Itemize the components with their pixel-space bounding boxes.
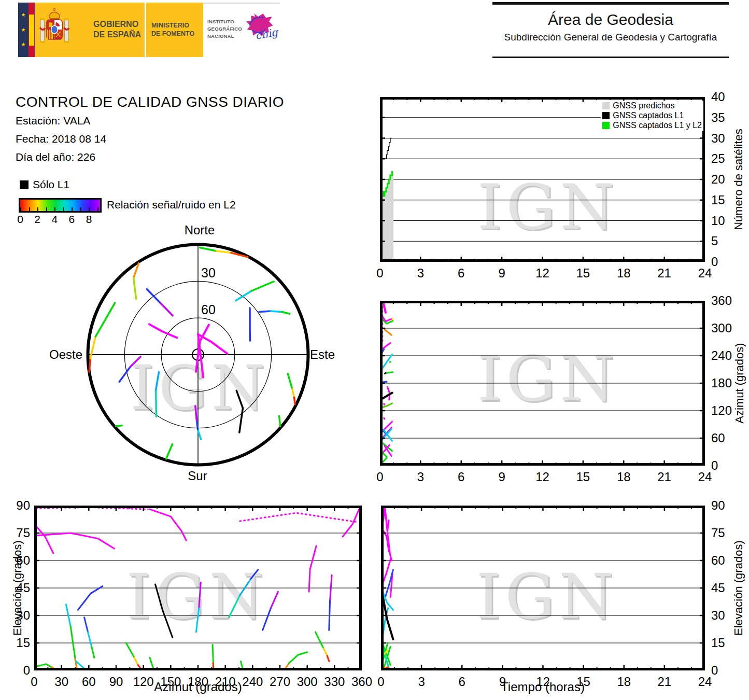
legend-item: GNSS captados L1 y L2 (602, 121, 702, 131)
azimut-xtick-label: 21 (657, 470, 671, 484)
elev-azimut-xtick-label: 330 (324, 675, 345, 689)
legend-item: GNSS predichos (602, 101, 702, 111)
gobierno-line2: DE ESPAÑA (93, 30, 141, 40)
elevation-time-chart: IGN Elevación (grados) Tiempo (horas) 03… (381, 506, 749, 699)
legend-label: GNSS captados L1 y L2 (613, 121, 702, 130)
skyplot: IGN Norte Este Sur Oeste 3060 (47, 222, 347, 502)
elev-tiempo-ytick-label: 45 (711, 581, 725, 595)
eu-flag-strip: ★ ★ ★ (18, 3, 29, 57)
azimut-xtick-label: 3 (417, 470, 424, 484)
azimuth-yaxis-title: Azimut (grados) (733, 343, 746, 423)
black-swatch-icon (20, 180, 29, 189)
elev-azimut-ytick-label: 60 (16, 553, 30, 568)
azimuth-time-plot (380, 301, 705, 466)
station-line: Estación: VALA (16, 115, 90, 127)
date-line: Fecha: 2018 08 14 (16, 133, 106, 145)
ring-label: 30 (201, 265, 216, 280)
elev-tiempo-xtick-label: 3 (418, 675, 425, 689)
satellites-xtick-label: 0 (376, 266, 383, 281)
page-title: CONTROL DE CALIDAD GNSS DIARIO (16, 94, 284, 110)
elev-tiempo-canvas (381, 506, 705, 670)
ign-logo-box: INSTITUTO GEOGRÁFICO NACIONAL cnig (203, 3, 280, 58)
satellites-ytick-label: 15 (711, 193, 725, 207)
star-icon: ★ (21, 12, 26, 18)
star-icon: ★ (21, 27, 26, 33)
satellites-xtick-label: 6 (458, 266, 464, 281)
azimut-ytick-label: 120 (711, 403, 732, 418)
spain-flag-yellow (29, 15, 34, 46)
azimut-xtick-label: 15 (576, 470, 590, 484)
day-of-year-line: Día del año: 226 (16, 151, 95, 163)
elev-tiempo-xtick-label: 21 (658, 675, 672, 689)
elev-tiempo-xtick-label: 15 (576, 675, 590, 689)
elev-azimut-xtick-label: 60 (82, 675, 96, 689)
report-page: ★ ★ ★ (0, 0, 749, 700)
satellites-ytick-label: 30 (711, 131, 725, 146)
elev-azimut-ytick-label: 90 (16, 498, 30, 513)
gobierno-logo-box: GOBIERNO DE ESPAÑA (35, 3, 145, 57)
azimut-xtick-label: 24 (698, 470, 712, 484)
elev-tiempo-ytick-label: 30 (711, 608, 725, 623)
department-header: Área de Geodesia Subdirección General de… (492, 2, 729, 58)
elev-tiempo-ytick-label: 0 (711, 663, 718, 678)
gobierno-label: GOBIERNO DE ESPAÑA (93, 19, 141, 40)
spain-flag-strip (29, 3, 35, 57)
satellites-ytick-label: 0 (711, 255, 718, 269)
elevation-azimuth-chart: IGN Elevación (grados) Azimut (grados) 0… (10, 506, 376, 699)
colorbar-tick (54, 207, 55, 211)
elevation-azimuth-plot (34, 506, 362, 670)
satellites-xtick-label: 18 (617, 266, 631, 281)
elev-tiempo-xtick-label: 12 (536, 675, 550, 689)
elev-tiempo-xtick-label: 6 (459, 675, 465, 689)
satellites-xtick-label: 12 (535, 266, 549, 281)
azimut-xtick-label: 18 (617, 470, 631, 484)
department-subtitle: Subdirección General de Geodesia y Carto… (492, 32, 729, 43)
elevation-yaxis-title-right: Elevación (grados) (732, 540, 745, 635)
azimut-xtick-label: 6 (458, 470, 464, 484)
colorbar-label: 0 (17, 213, 23, 226)
colorbar-tick (46, 207, 47, 211)
gobierno-line1: GOBIERNO (93, 19, 141, 30)
satellites-ytick-label: 5 (711, 234, 718, 248)
satellites-xtick-label: 15 (576, 266, 590, 281)
elev-azimut-ytick-label: 15 (16, 636, 30, 650)
department-title: Área de Geodesia (492, 11, 729, 29)
elev-azimut-ytick-label: 30 (16, 608, 30, 623)
colorbar-tick (80, 207, 81, 211)
logo-band: ★ ★ ★ (18, 3, 280, 57)
satellites-xtick-label: 21 (657, 266, 671, 281)
satellites-ytick-label: 20 (711, 172, 725, 187)
elev-azimut-xtick-label: 360 (351, 675, 372, 689)
elev-tiempo-ytick-label: 90 (711, 498, 725, 513)
elev-azimut-ytick-label: 45 (16, 581, 30, 595)
colorbar-tick (37, 207, 38, 211)
satellites-ytick-label: 40 (711, 90, 725, 104)
azimut-ytick-label: 60 (711, 431, 725, 445)
colorbar-tick (63, 207, 64, 211)
ministerio-line2: DE FOMENTO (151, 30, 194, 38)
azimut-xtick-label: 0 (376, 470, 383, 484)
satellites-ytick-label: 35 (711, 110, 725, 125)
solo-l1-legend: Sólo L1 (20, 178, 69, 191)
elev-tiempo-xtick-label: 24 (698, 675, 712, 689)
colorbar-label: 2 (34, 213, 40, 226)
azimut-xtick-label: 9 (498, 470, 505, 484)
colorbar-tick (20, 207, 21, 211)
elev-azimut-xtick-label: 150 (160, 675, 181, 689)
ministerio-line1: MINISTERIO (151, 21, 194, 30)
skyplot-canvas: 3060 (47, 222, 347, 502)
elev-tiempo-ytick-label: 15 (711, 636, 725, 650)
elev-azimut-xtick-label: 30 (54, 675, 68, 689)
elev-azimut-xtick-label: 0 (31, 675, 37, 689)
snr-colorbar-caption: Relación señal/ruido en L2 (107, 199, 236, 211)
satellites-xtick-label: 9 (498, 266, 505, 281)
elev-azimut-canvas (34, 506, 362, 670)
colorbar-tick (97, 207, 98, 211)
satellites-ytick-label: 10 (711, 214, 725, 228)
azimut-xtick-label: 12 (535, 470, 549, 484)
satellites-ytick-label: 25 (711, 151, 725, 166)
spain-coat-of-arms-icon (39, 7, 69, 53)
azimut-ytick-label: 0 (711, 458, 718, 473)
elev-tiempo-ytick-label: 60 (711, 553, 725, 568)
azimuth-time-chart: IGN Azimut (grados) 03691215182124060120… (380, 301, 749, 487)
